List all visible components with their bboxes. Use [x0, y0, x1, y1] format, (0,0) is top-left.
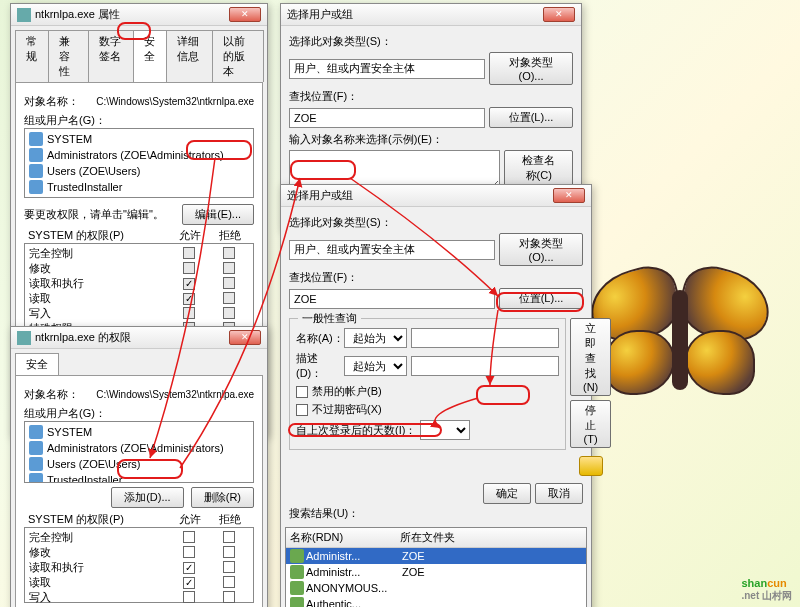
location-field — [289, 289, 495, 309]
add-button[interactable]: 添加(D)... — [111, 487, 183, 508]
tab-prev[interactable]: 以前的版本 — [212, 30, 265, 82]
list-item: Administrators (ZOE\Administrators) — [27, 147, 251, 163]
titlebar[interactable]: 选择用户或组✕ — [281, 185, 591, 207]
perm-header: SYSTEM 的权限(P) — [28, 228, 170, 243]
object-path: C:\Windows\System32\ntkrnlpa.exe — [96, 389, 254, 400]
deny-checkbox[interactable] — [223, 546, 235, 558]
remove-button[interactable]: 删除(R) — [191, 487, 254, 508]
group-label: 组或用户名(G)： — [24, 406, 254, 421]
object-label: 对象名称： — [24, 387, 96, 402]
common-query-legend: 一般性查询 — [298, 311, 361, 326]
group-icon — [29, 441, 43, 455]
since-select[interactable] — [420, 420, 470, 440]
desc-input[interactable] — [411, 356, 559, 376]
perm-row: 完全控制 — [29, 530, 249, 545]
allow-checkbox[interactable] — [183, 562, 195, 574]
col-allow: 允许 — [170, 228, 210, 243]
close-icon[interactable]: ✕ — [543, 7, 575, 22]
result-row[interactable]: ANONYMOUS... — [286, 580, 586, 596]
tab-security[interactable]: 安全 — [15, 353, 59, 375]
since-label: 自上次登录后的天数(I)： — [296, 423, 416, 438]
col-allow: 允许 — [170, 512, 210, 527]
edit-button[interactable]: 编辑(E)... — [182, 204, 254, 225]
tab-details[interactable]: 详细信息 — [166, 30, 212, 82]
deny-checkbox[interactable] — [223, 531, 235, 543]
close-icon[interactable]: ✕ — [553, 188, 585, 203]
window-title: 选择用户或组 — [287, 188, 553, 203]
deny-checkbox — [223, 292, 235, 304]
disabled-checkbox[interactable] — [296, 386, 308, 398]
group-icon — [29, 457, 43, 471]
edit-hint: 要更改权限，请单击"编辑"。 — [24, 207, 182, 222]
result-row[interactable]: Administr...ZOE — [286, 548, 586, 564]
type-label: 选择此对象类型(S)： — [289, 215, 583, 230]
allow-checkbox[interactable] — [183, 577, 195, 589]
tab-security[interactable]: 安全 — [133, 30, 167, 82]
type-label: 选择此对象类型(S)： — [289, 34, 573, 49]
deny-checkbox[interactable] — [223, 561, 235, 573]
result-row[interactable]: Administr...ZOE — [286, 564, 586, 580]
perm-row: 修改 — [29, 545, 249, 560]
object-type-field — [289, 59, 485, 79]
user-list[interactable]: SYSTEM Administrators (ZOE\Administrator… — [24, 128, 254, 198]
watermark: shancun .net 山村网 — [741, 571, 792, 603]
allow-checkbox[interactable] — [183, 531, 195, 543]
result-row[interactable]: Authentic... — [286, 596, 586, 607]
name-op-select[interactable]: 起始为 — [344, 328, 407, 348]
titlebar[interactable]: ntkrnlpa.exe 属性 ✕ — [11, 4, 267, 26]
window-title: ntkrnlpa.exe 的权限 — [35, 330, 229, 345]
window-title: ntkrnlpa.exe 属性 — [35, 7, 229, 22]
col-name[interactable]: 名称(RDN) — [290, 530, 400, 545]
bg-butterfly — [590, 260, 770, 420]
close-icon[interactable]: ✕ — [229, 7, 261, 22]
object-type-field — [289, 240, 495, 260]
allow-checkbox — [183, 293, 195, 305]
principal-icon — [290, 581, 304, 595]
tab-compat[interactable]: 兼容性 — [48, 30, 88, 82]
group-icon — [29, 164, 43, 178]
ok-button[interactable]: 确定 — [483, 483, 531, 504]
user-list[interactable]: SYSTEM Administrators (ZOE\Administrator… — [24, 421, 254, 483]
noexpire-checkbox[interactable] — [296, 404, 308, 416]
name-input[interactable] — [411, 328, 559, 348]
desc-op-select[interactable]: 起始为 — [344, 356, 407, 376]
perm-row: 修改 — [29, 261, 249, 276]
tab-sign[interactable]: 数字签名 — [88, 30, 134, 82]
perm-row: 写入 — [29, 590, 249, 605]
names-label: 输入对象名称来选择(示例)(E)： — [289, 132, 573, 147]
deny-checkbox[interactable] — [223, 576, 235, 588]
perm-row: 完全控制 — [29, 246, 249, 261]
deny-checkbox[interactable] — [223, 591, 235, 603]
cancel-button[interactable]: 取消 — [535, 483, 583, 504]
disabled-label: 禁用的帐户(B) — [312, 384, 382, 399]
location-field — [289, 108, 485, 128]
object-types-button[interactable]: 对象类型(O)... — [499, 233, 583, 266]
titlebar[interactable]: 选择用户或组✕ — [281, 4, 581, 26]
columns-icon[interactable] — [579, 456, 603, 476]
perm-row: 写入 — [29, 306, 249, 321]
list-item: SYSTEM — [27, 424, 251, 440]
locations-button[interactable]: 位置(L)... — [489, 107, 573, 128]
object-types-button[interactable]: 对象类型(O)... — [489, 52, 573, 85]
list-item: Users (ZOE\Users) — [27, 163, 251, 179]
perm-row: 读取 — [29, 575, 249, 590]
allow-checkbox[interactable] — [183, 546, 195, 558]
stop-button[interactable]: 停止(T) — [570, 400, 611, 448]
list-item: Administrators (ZOE\Administrators) — [27, 440, 251, 456]
perm-header: SYSTEM 的权限(P) — [28, 512, 170, 527]
check-names-button[interactable]: 检查名称(C) — [504, 150, 573, 186]
results-list[interactable]: 名称(RDN)所在文件夹 Administr...ZOEAdministr...… — [285, 527, 587, 607]
allow-checkbox[interactable] — [183, 591, 195, 603]
tab-general[interactable]: 常规 — [15, 30, 49, 82]
find-now-button[interactable]: 立即查找(N) — [570, 318, 611, 396]
deny-checkbox — [223, 262, 235, 274]
close-icon[interactable]: ✕ — [229, 330, 261, 345]
select-user-advanced-dialog: 选择用户或组✕ 选择此对象类型(S)： 对象类型(O)... 查找位置(F)： … — [280, 184, 592, 607]
list-item: TrustedInstaller — [27, 179, 251, 195]
tab-bar: 常规 兼容性 数字签名 安全 详细信息 以前的版本 — [11, 26, 267, 82]
app-icon — [17, 8, 31, 22]
col-folder[interactable]: 所在文件夹 — [400, 530, 582, 545]
deny-checkbox — [223, 277, 235, 289]
locations-button[interactable]: 位置(L)... — [499, 288, 583, 309]
titlebar[interactable]: ntkrnlpa.exe 的权限 ✕ — [11, 327, 267, 349]
